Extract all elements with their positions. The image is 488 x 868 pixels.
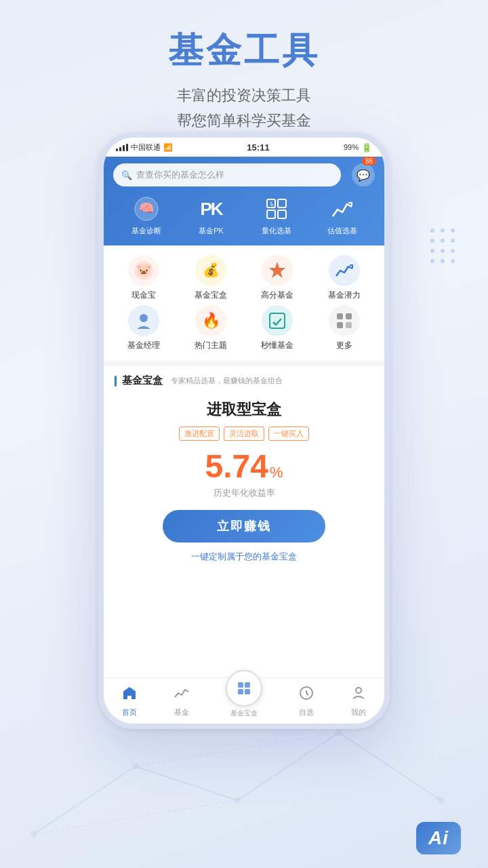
svg-marker-34 bbox=[269, 262, 285, 278]
svg-point-20 bbox=[430, 259, 434, 263]
svg-point-15 bbox=[441, 239, 445, 243]
grid-item-potential[interactable]: 基金潜力 bbox=[314, 255, 374, 301]
tool-icons-row: 🧠 基金诊断 PK 基金PK bbox=[113, 195, 375, 236]
hot-label: 热门主题 bbox=[195, 340, 227, 351]
svg-rect-42 bbox=[238, 682, 243, 688]
profile-icon bbox=[350, 685, 367, 705]
quick-icon bbox=[262, 305, 293, 336]
page-header: 基金工具 丰富的投资决策工具 帮您简单科学买基金 bbox=[0, 0, 488, 134]
fund-card: 进取型宝盒 激进配置 灵活进取 一键买入 5.74 % 历史年化收益率 立即赚钱… bbox=[115, 395, 373, 572]
svg-point-5 bbox=[132, 763, 139, 770]
message-icon: 💬 bbox=[357, 169, 370, 182]
phone-mockup: 中国联通 📶 15:11 99% 🔋 🔍 查查你买的基金怎么样 💬 86 bbox=[98, 132, 390, 729]
fund-rate-unit: % bbox=[270, 464, 283, 481]
fund-tag-2: 一键买入 bbox=[268, 427, 309, 441]
cash-icon: 🐷 bbox=[128, 255, 159, 286]
svg-point-13 bbox=[451, 229, 455, 233]
svg-rect-27 bbox=[278, 199, 286, 208]
nav-item-fundbox-center[interactable]: 基金宝盒 bbox=[226, 684, 262, 718]
fundbox-center-button[interactable] bbox=[226, 670, 262, 707]
tool-label-value: 估值选基 bbox=[327, 226, 357, 236]
highscore-icon bbox=[262, 255, 293, 286]
earn-button[interactable]: 立即赚钱 bbox=[163, 510, 325, 542]
home-icon bbox=[121, 685, 138, 705]
nav-label-fundbox: 基金宝盒 bbox=[230, 709, 258, 718]
grid-item-hot[interactable]: 🔥 热门主题 bbox=[181, 305, 241, 351]
fund-icon bbox=[174, 685, 190, 705]
fund-tag-1: 灵活进取 bbox=[224, 427, 264, 441]
tool-label-pk: 基金PK bbox=[199, 226, 224, 236]
svg-point-17 bbox=[430, 249, 434, 253]
ai-badge: Ai bbox=[416, 822, 461, 854]
svg-rect-26 bbox=[267, 210, 275, 218]
nav-item-fund[interactable]: 基金 bbox=[174, 685, 190, 717]
page-subtitle: 丰富的投资决策工具 帮您简单科学买基金 bbox=[0, 83, 488, 134]
svg-line-48 bbox=[306, 693, 308, 695]
fund-card-title: 进取型宝盒 bbox=[115, 399, 373, 420]
tool-label-diagnosis: 基金诊断 bbox=[131, 226, 161, 236]
grid-row-1: 🐷 现金宝 💰 基金宝盒 bbox=[110, 255, 378, 301]
fund-rate: 5.74 bbox=[205, 450, 268, 483]
svg-rect-40 bbox=[337, 322, 343, 328]
battery-label: 99% bbox=[344, 143, 359, 151]
svg-rect-45 bbox=[245, 689, 250, 694]
grid-section: 🐷 现金宝 💰 基金宝盒 bbox=[104, 245, 384, 361]
section-desc: 专家精品选基，最赚钱的基金组合 bbox=[171, 376, 283, 386]
section-bar bbox=[115, 376, 117, 387]
svg-point-35 bbox=[140, 314, 148, 322]
search-bar[interactable]: 🔍 查查你买的基金怎么样 bbox=[113, 163, 341, 186]
svg-point-19 bbox=[451, 249, 455, 253]
nav-label-profile: 我的 bbox=[351, 707, 366, 717]
svg-text:💰: 💰 bbox=[202, 262, 219, 278]
highscore-label: 高分基金 bbox=[261, 290, 293, 301]
grid-item-more[interactable]: 更多 bbox=[314, 305, 374, 351]
svg-point-16 bbox=[451, 239, 455, 243]
value-icon bbox=[328, 195, 357, 223]
svg-line-10 bbox=[136, 732, 339, 766]
carrier-label: 中国联通 bbox=[131, 142, 161, 153]
grid-item-quick[interactable]: 秒懂基金 bbox=[247, 305, 307, 351]
manager-label: 基金经理 bbox=[127, 340, 160, 351]
tool-item-pk[interactable]: PK 基金PK bbox=[197, 195, 226, 236]
section-title-row: 基金宝盒 专家精品选基，最赚钱的基金组合 bbox=[115, 374, 373, 387]
grid-item-manager[interactable]: 基金经理 bbox=[114, 305, 174, 351]
cash-label: 现金宝 bbox=[131, 290, 156, 301]
grid-item-cash[interactable]: 🐷 现金宝 bbox=[114, 255, 174, 301]
svg-point-8 bbox=[437, 797, 444, 804]
nav-label-home: 首页 bbox=[122, 707, 137, 717]
section-title: 基金宝盒 bbox=[122, 374, 163, 387]
diagnosis-icon: 🧠 bbox=[132, 195, 161, 223]
svg-line-1 bbox=[136, 766, 237, 800]
svg-text:🔥: 🔥 bbox=[201, 311, 220, 330]
nav-label-fund: 基金 bbox=[174, 707, 189, 717]
svg-rect-38 bbox=[337, 313, 343, 319]
watchlist-icon bbox=[298, 685, 314, 705]
nav-item-watchlist[interactable]: 自选 bbox=[298, 685, 314, 717]
tool-item-quant[interactable]: 量化选基 bbox=[262, 195, 291, 236]
phone-frame: 中国联通 📶 15:11 99% 🔋 🔍 查查你买的基金怎么样 💬 86 bbox=[98, 132, 390, 729]
tool-label-quant: 量化选基 bbox=[262, 226, 291, 236]
fund-box-section: 基金宝盒 专家精品选基，最赚钱的基金组合 进取型宝盒 激进配置 灵活进取 一键买… bbox=[104, 366, 384, 580]
svg-rect-44 bbox=[238, 689, 243, 694]
fund-rate-label: 历史年化收益率 bbox=[115, 487, 373, 499]
nav-item-profile[interactable]: 我的 bbox=[350, 685, 367, 717]
fund-tags: 激进配置 灵活进取 一键买入 bbox=[115, 427, 373, 441]
svg-point-22 bbox=[451, 259, 455, 263]
svg-rect-39 bbox=[346, 313, 352, 319]
customize-link[interactable]: 一键定制属于您的基金宝盒 bbox=[115, 551, 373, 563]
grid-item-highscore[interactable]: 高分基金 bbox=[247, 255, 307, 301]
section-divider bbox=[104, 361, 384, 366]
tool-item-diagnosis[interactable]: 🧠 基金诊断 bbox=[131, 195, 161, 236]
fundbox-label: 基金宝盒 bbox=[195, 290, 227, 301]
page-title: 基金工具 bbox=[0, 27, 488, 75]
tool-item-value[interactable]: 估值选基 bbox=[327, 195, 357, 236]
message-button[interactable]: 💬 86 bbox=[352, 163, 375, 186]
svg-point-21 bbox=[441, 259, 445, 263]
grid-item-fundbox[interactable]: 💰 基金宝盒 bbox=[181, 255, 241, 301]
svg-point-4 bbox=[30, 831, 37, 837]
time-label: 15:11 bbox=[247, 142, 269, 153]
nav-item-home[interactable]: 首页 bbox=[121, 685, 138, 717]
content-area: 🐷 现金宝 💰 基金宝盒 bbox=[104, 245, 384, 580]
svg-line-2 bbox=[237, 732, 339, 800]
svg-rect-25 bbox=[267, 199, 275, 208]
